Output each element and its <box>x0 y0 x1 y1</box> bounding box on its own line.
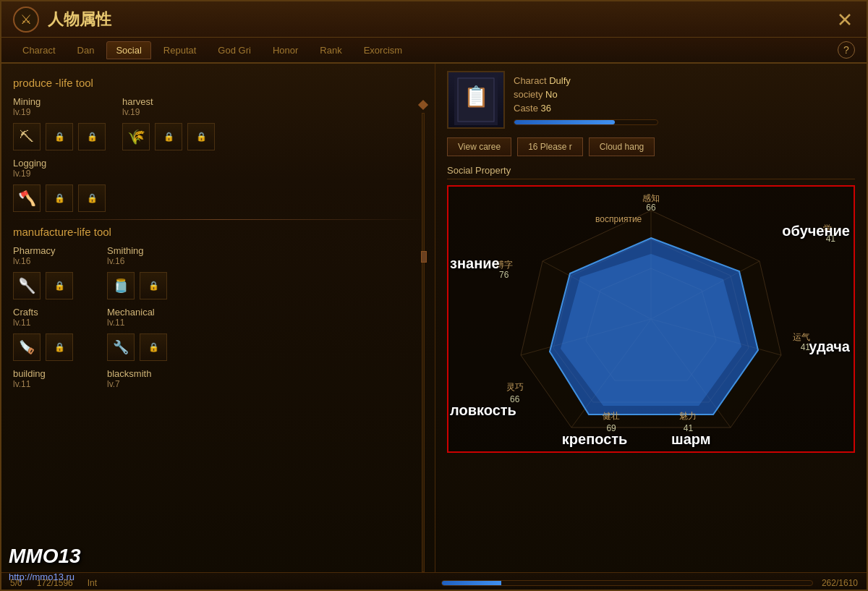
logging-slot-2[interactable]: 🔒 <box>78 184 106 212</box>
caste-progress-bar <box>514 119 658 125</box>
main-window: ⚔ 人物属性 Charact Dan Social Reputat God Gr… <box>0 0 868 591</box>
learning-label: обучение <box>782 223 850 239</box>
svg-text:⚔: ⚔ <box>20 12 32 27</box>
right-progress-fill <box>442 581 501 585</box>
please-button[interactable]: 16 Please r <box>517 137 583 156</box>
view-career-button[interactable]: View caree <box>447 137 511 156</box>
skill-crafts: Crafts lv.11 🪚 🔒 <box>13 307 93 361</box>
harvest-slot-2[interactable]: 🔒 <box>187 123 215 150</box>
skill-harvest-level: lv.19 <box>122 107 202 117</box>
watermark-url: http://mmo13.ru <box>9 571 75 582</box>
skill-building-label: building <box>13 368 93 379</box>
scroll-up-arrow[interactable] <box>418 100 428 110</box>
right-panel: 📋 Charact Dulfy society No Caste 36 <box>435 64 867 591</box>
char-name-row: Charact Dulfy <box>514 75 658 86</box>
caste-value: 36 <box>541 103 551 114</box>
tab-god-gri[interactable]: God Gri <box>208 41 260 59</box>
char-info: 📋 Charact Dulfy society No Caste 36 <box>447 71 855 129</box>
skill-harvest-label: harvest <box>122 96 202 107</box>
skill-harvest: harvest lv.19 🌾 🔒 🔒 <box>122 96 217 150</box>
cloud-hang-button[interactable]: Cloud hang <box>589 137 655 156</box>
scroll-bar <box>417 100 429 585</box>
agility-label: ловкость <box>450 402 516 419</box>
radar-highlight <box>561 254 741 406</box>
title-bar: ⚔ 人物属性 <box>1 1 867 38</box>
crafts-icon-slot[interactable]: 🪚 <box>13 333 41 361</box>
luck-label: удача <box>809 339 850 355</box>
scroll-thumb[interactable] <box>421 251 427 263</box>
tab-dan[interactable]: Dan <box>68 41 104 59</box>
constitution-label: крепость <box>562 431 628 448</box>
perception-label: восприятие <box>595 214 642 224</box>
char-label: Charact <box>514 75 547 86</box>
skill-pharmacy-level: lv.16 <box>13 256 93 266</box>
right-progress-bar <box>441 580 813 586</box>
right-bottom-bar: 262/1610 <box>433 572 867 591</box>
skill-mechanical: Mechanical lv.11 🔧 🔒 <box>107 307 187 361</box>
skill-mining-level: lv.19 <box>13 107 93 117</box>
char-details: Charact Dulfy society No Caste 36 <box>514 71 658 129</box>
skill-logging-level: lv.19 <box>13 169 93 179</box>
help-button[interactable]: ? <box>838 41 855 59</box>
skill-blacksmith-level: lv.7 <box>107 379 187 389</box>
skill-mining: Mining lv.19 ⛏ 🔒 🔒 <box>13 96 108 150</box>
skill-mechanical-level: lv.11 <box>107 318 187 328</box>
left-panel: produce -life tool Mining lv.19 ⛏ <box>1 64 435 591</box>
skill-mining-label: Mining <box>13 96 93 107</box>
perception-value: 66 <box>646 203 655 213</box>
mining-icon-slot[interactable]: ⛏ <box>13 123 41 150</box>
skill-building: building lv.11 <box>13 368 93 395</box>
scroll-track[interactable] <box>422 113 425 572</box>
skill-logging-label: Logging <box>13 158 93 169</box>
charm-label: шарм <box>671 431 711 448</box>
game-logo-icon: ⚔ <box>13 7 39 33</box>
crafts-slot-1[interactable]: 🔒 <box>46 333 73 361</box>
caste-row: Caste 36 <box>514 103 658 114</box>
tab-exorcism[interactable]: Exorcism <box>354 41 412 59</box>
mining-slot-1[interactable]: 🔒 <box>46 123 73 150</box>
knowledge-value: 76 <box>499 270 509 280</box>
mechanical-slot-1[interactable]: 🔒 <box>140 333 167 361</box>
skill-pharmacy-label: Pharmacy <box>13 245 93 256</box>
mechanical-icon-slot[interactable]: 🔧 <box>107 333 135 361</box>
svg-text:📋: 📋 <box>464 85 489 109</box>
window-title: 人物属性 <box>48 9 835 30</box>
tab-reputat[interactable]: Reputat <box>154 41 206 59</box>
char-name-value: Dulfy <box>549 75 571 86</box>
main-content: produce -life tool Mining lv.19 ⛏ <box>1 64 867 591</box>
harvest-slot-1[interactable]: 🔒 <box>155 123 182 150</box>
mining-slot-2[interactable]: 🔒 <box>78 123 106 150</box>
caste-progress-fill <box>514 120 615 124</box>
skill-smithing-label: Smithing <box>107 245 187 256</box>
pharmacy-icon-slot[interactable]: 🥄 <box>13 272 41 299</box>
harvest-icon-slot[interactable]: 🌾 <box>122 123 150 150</box>
section2-title: manufacture-life tool <box>13 226 423 238</box>
smithing-slot-1[interactable]: 🔒 <box>140 272 167 299</box>
close-button[interactable] <box>835 9 855 30</box>
skill-smithing-level: lv.16 <box>107 256 187 266</box>
skill-pharmacy: Pharmacy lv.16 🥄 🔒 <box>13 245 93 299</box>
tab-rank[interactable]: Rank <box>310 41 351 59</box>
social-property-title: Social Property <box>447 165 855 179</box>
agility-cn-label: 灵巧 <box>506 381 524 394</box>
society-value: No <box>545 89 558 100</box>
knowledge-label: знание <box>450 255 500 272</box>
constitution-cn-label: 健壮 <box>603 410 620 422</box>
tab-bar: Charact Dan Social Reputat God Gri Honor… <box>1 38 867 64</box>
logging-slot-1[interactable]: 🔒 <box>46 184 73 212</box>
society-row: society No <box>514 89 658 100</box>
charm-cn-label: 魅力 <box>679 410 697 422</box>
smithing-icon-slot[interactable]: 🫙 <box>107 272 135 299</box>
tab-honor[interactable]: Honor <box>263 41 307 59</box>
skill-smithing: Smithing lv.16 🫙 🔒 <box>107 245 187 299</box>
society-label: society <box>514 89 542 100</box>
skill-blacksmith: blacksmith lv.7 <box>107 368 187 395</box>
tab-social[interactable]: Social <box>106 41 150 59</box>
section1-title: produce -life tool <box>13 77 423 89</box>
tab-charact[interactable]: Charact <box>13 41 65 59</box>
skill-blacksmith-label: blacksmith <box>107 368 187 379</box>
pharmacy-slot-1[interactable]: 🔒 <box>46 272 73 299</box>
skill-mechanical-label: Mechanical <box>107 307 187 318</box>
action-buttons: View caree 16 Please r Cloud hang <box>447 137 855 156</box>
logging-icon-slot[interactable]: 🪓 <box>13 184 41 212</box>
